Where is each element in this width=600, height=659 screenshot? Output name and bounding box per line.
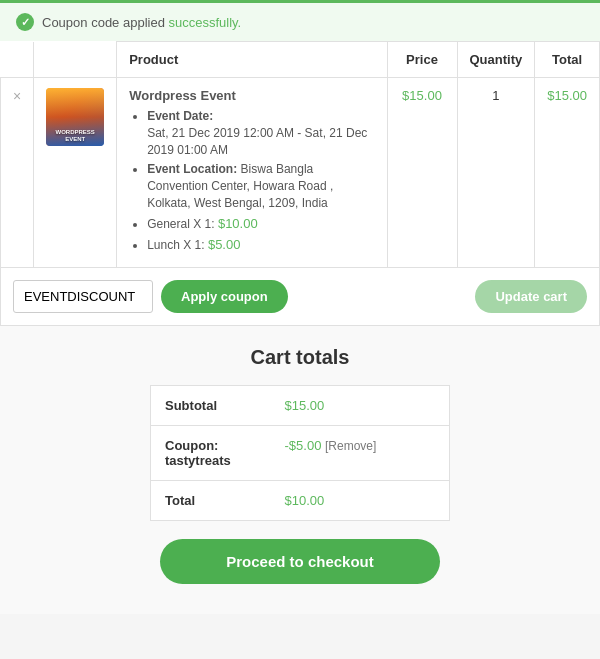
total-header: Total — [535, 42, 600, 78]
price-header: Price — [387, 42, 457, 78]
thumb-header — [34, 42, 117, 78]
coupon-discount-value: -$5.00 [Remove] — [271, 426, 450, 481]
cart-totals-title: Cart totals — [251, 346, 350, 369]
coupon-row: Apply coupon Update cart — [0, 268, 600, 326]
cart-table: Product Price Quantity Total × WORDPRESS… — [0, 41, 600, 268]
product-thumbnail: WORDPRESS EVENT — [46, 88, 104, 146]
coupon-amount: -$5.00 — [285, 438, 322, 453]
quantity-header: Quantity — [457, 42, 535, 78]
event-date-value: Sat, 21 Dec 2019 12:00 AM - Sat, 21 Dec … — [147, 126, 367, 157]
coupon-input[interactable] — [13, 280, 153, 313]
product-details-cell: Wordpress Event Event Date: Sat, 21 Dec … — [117, 78, 387, 268]
coupon-row-totals: Coupon: tastytreats -$5.00 [Remove] — [151, 426, 450, 481]
update-cart-section: Update cart — [475, 280, 587, 313]
totals-table: Subtotal $15.00 Coupon: tastytreats -$5.… — [150, 385, 450, 521]
subtotal-value: $15.00 — [271, 386, 450, 426]
product-header: Product — [117, 42, 387, 78]
event-location-label: Event Location: — [147, 162, 237, 176]
lunch-label: Lunch X 1: — [147, 238, 204, 252]
general-label: General X 1: — [147, 217, 214, 231]
coupon-label: Coupon: tastytreats — [151, 426, 271, 481]
success-message: Coupon code applied successfully. — [42, 15, 241, 30]
proceed-to-checkout-button[interactable]: Proceed to checkout — [160, 539, 440, 584]
total-label: Total — [151, 481, 271, 521]
event-location: Event Location: Biswa Bangla Convention … — [147, 161, 374, 211]
table-row: × WORDPRESS EVENT Wordpress Event Event … — [1, 78, 600, 268]
event-date: Event Date: Sat, 21 Dec 2019 12:00 AM - … — [147, 108, 374, 158]
subtotal-label: Subtotal — [151, 386, 271, 426]
product-price: $15.00 — [402, 88, 442, 103]
product-total: $15.00 — [547, 88, 587, 103]
thumb-label: WORDPRESS EVENT — [46, 126, 104, 146]
product-quantity-cell: 1 — [457, 78, 535, 268]
general-price: $10.00 — [218, 216, 258, 231]
remove-button[interactable]: × — [1, 78, 34, 268]
product-total-cell: $15.00 — [535, 78, 600, 268]
product-name: Wordpress Event — [129, 88, 374, 103]
general-ticket: General X 1: $10.00 — [147, 215, 374, 233]
success-highlight: successfully. — [169, 15, 242, 30]
event-date-label: Event Date: — [147, 109, 213, 123]
cart-totals-section: Cart totals Subtotal $15.00 Coupon: tast… — [0, 326, 600, 614]
remove-header — [1, 42, 34, 78]
total-row: Total $10.00 — [151, 481, 450, 521]
remove-coupon-link[interactable]: [Remove] — [325, 439, 376, 453]
success-icon — [16, 13, 34, 31]
product-quantity: 1 — [492, 88, 499, 103]
apply-coupon-button[interactable]: Apply coupon — [161, 280, 288, 313]
lunch-ticket: Lunch X 1: $5.00 — [147, 236, 374, 254]
product-price-cell: $15.00 — [387, 78, 457, 268]
product-thumbnail-cell: WORDPRESS EVENT — [34, 78, 117, 268]
total-value: $10.00 — [271, 481, 450, 521]
success-notification: Coupon code applied successfully. — [0, 0, 600, 41]
subtotal-row: Subtotal $15.00 — [151, 386, 450, 426]
update-cart-button[interactable]: Update cart — [475, 280, 587, 313]
lunch-price: $5.00 — [208, 237, 241, 252]
coupon-left-section: Apply coupon — [13, 280, 288, 313]
